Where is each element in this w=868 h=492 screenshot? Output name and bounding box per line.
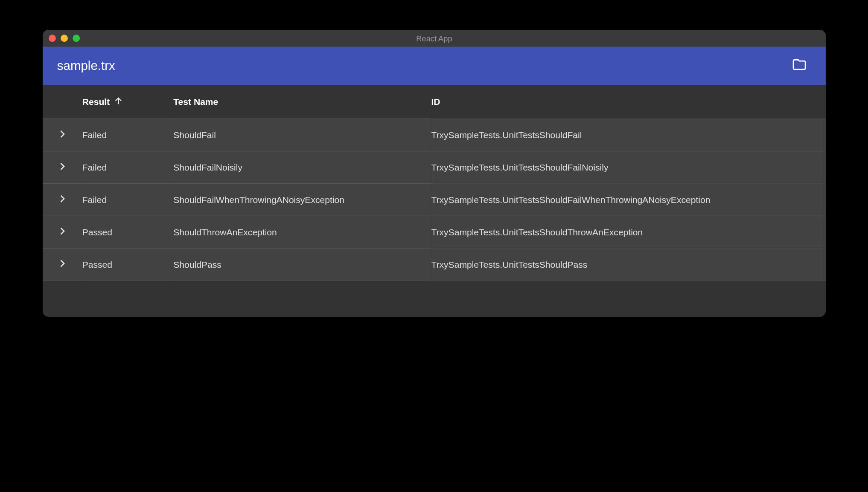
expand-row-button[interactable]: [43, 191, 82, 208]
id-cell: TrxySampleTests.UnitTestsShouldFail: [431, 119, 825, 151]
appbar: sample.trx: [43, 46, 826, 85]
expand-cell: [43, 183, 82, 216]
testname-cell: ShouldPass: [173, 248, 431, 280]
column-testname[interactable]: Test Name: [173, 85, 431, 119]
testname-cell: ShouldFailNoisily: [173, 151, 431, 183]
folder-icon: [792, 58, 807, 74]
appbar-title: sample.trx: [57, 58, 115, 73]
column-id[interactable]: ID: [431, 85, 825, 119]
table-row: PassedShouldPassTrxySampleTests.UnitTest…: [43, 248, 826, 280]
id-cell: TrxySampleTests.UnitTestsShouldThrowAnEx…: [431, 216, 825, 248]
chevron-right-icon: [55, 127, 70, 143]
column-expand: [43, 85, 82, 119]
content: Result Test Name ID FailedShould: [43, 85, 826, 316]
expand-cell: [43, 248, 82, 280]
expand-cell: [43, 151, 82, 183]
testname-cell: ShouldFailWhenThrowingANoisyException: [173, 183, 431, 216]
sort-ascending-icon: [114, 95, 124, 108]
results-table: Result Test Name ID FailedShould: [43, 85, 826, 281]
testname-cell: ShouldFail: [173, 119, 431, 151]
result-cell: Failed: [82, 183, 174, 216]
chevron-right-icon: [55, 191, 70, 208]
result-cell: Failed: [82, 119, 174, 151]
testname-cell: ShouldThrowAnException: [173, 216, 431, 248]
expand-cell: [43, 119, 82, 151]
expand-row-button[interactable]: [43, 224, 82, 240]
minimize-window-button[interactable]: [61, 35, 68, 42]
expand-row-button[interactable]: [43, 159, 82, 175]
table-row: FailedShouldFailNoisilyTrxySampleTests.U…: [43, 151, 826, 183]
table-row: PassedShouldThrowAnExceptionTrxySampleTe…: [43, 216, 826, 248]
app-window: React App sample.trx Result: [43, 30, 826, 316]
expand-row-button[interactable]: [43, 127, 82, 143]
expand-row-button[interactable]: [43, 256, 82, 272]
table-row: FailedShouldFailTrxySampleTests.UnitTest…: [43, 119, 826, 151]
id-cell: TrxySampleTests.UnitTestsShouldFailNoisi…: [431, 151, 825, 183]
chevron-right-icon: [55, 256, 70, 272]
maximize-window-button[interactable]: [73, 35, 80, 42]
table-header-row: Result Test Name ID: [43, 85, 826, 119]
column-testname-label: Test Name: [173, 96, 218, 107]
expand-cell: [43, 216, 82, 248]
id-cell: TrxySampleTests.UnitTestsShouldFailWhenT…: [431, 183, 825, 216]
table-row: FailedShouldFailWhenThrowingANoisyExcept…: [43, 183, 826, 216]
result-cell: Passed: [82, 216, 174, 248]
open-file-button[interactable]: [787, 54, 811, 78]
result-cell: Failed: [82, 151, 174, 183]
result-cell: Passed: [82, 248, 174, 280]
chevron-right-icon: [55, 224, 70, 240]
id-cell: TrxySampleTests.UnitTestsShouldPass: [431, 248, 825, 280]
window-title: React App: [43, 34, 826, 43]
close-window-button[interactable]: [49, 35, 56, 42]
column-result-label: Result: [82, 96, 110, 107]
column-result[interactable]: Result: [82, 85, 174, 119]
titlebar: React App: [43, 30, 826, 46]
traffic-lights: [49, 35, 80, 42]
chevron-right-icon: [55, 159, 70, 175]
column-id-label: ID: [431, 96, 440, 107]
